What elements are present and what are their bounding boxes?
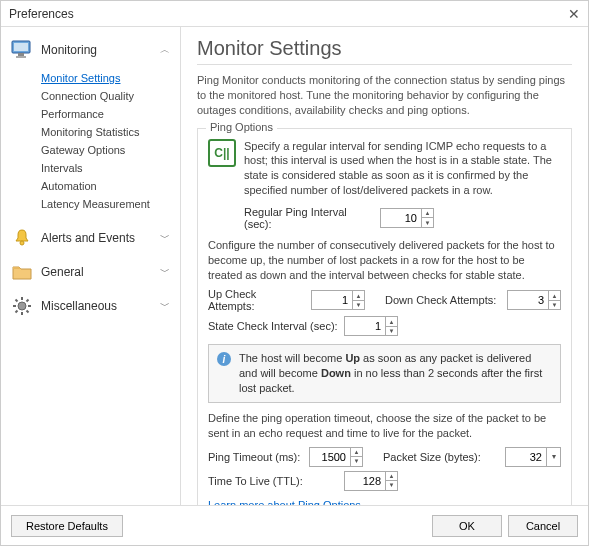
divider: [197, 64, 572, 65]
spin-up-icon[interactable]: ▲: [549, 291, 560, 301]
packet-size-label: Packet Size (bytes):: [383, 451, 499, 463]
info-icon: i: [217, 352, 231, 366]
spin-down-icon[interactable]: ▼: [386, 327, 397, 336]
svg-rect-3: [16, 56, 26, 58]
monitor-icon: [11, 39, 33, 61]
ok-button[interactable]: OK: [432, 515, 502, 537]
state-check-stepper[interactable]: ▲▼: [344, 316, 398, 336]
spin-up-icon[interactable]: ▲: [351, 448, 362, 458]
spin-up-icon[interactable]: ▲: [386, 317, 397, 327]
status-infobox: i The host will become Up as soon as any…: [208, 344, 561, 403]
svg-line-11: [27, 311, 29, 313]
spin-up-icon[interactable]: ▲: [422, 209, 433, 219]
spin-down-icon[interactable]: ▼: [386, 481, 397, 490]
svg-line-13: [27, 300, 29, 302]
info-text: The host will become Up as soon as any p…: [239, 351, 552, 396]
sidebar-category-general[interactable]: General ﹀: [5, 255, 176, 289]
chevron-up-icon: ︿: [160, 43, 170, 57]
sidebar-category-monitoring[interactable]: Monitoring ︿: [5, 33, 176, 67]
state-check-input[interactable]: [345, 317, 385, 335]
sidebar-item-automation[interactable]: Automation: [41, 177, 176, 195]
spin-up-icon[interactable]: ▲: [386, 472, 397, 482]
ttl-input[interactable]: [345, 472, 385, 490]
desc-regular-interval: Specify a regular interval for sending I…: [244, 139, 561, 198]
gear-icon: [11, 295, 33, 317]
down-check-label: Down Check Attempts:: [385, 294, 501, 306]
category-label: Monitoring: [41, 43, 97, 57]
ttl-stepper[interactable]: ▲▼: [344, 471, 398, 491]
page-title: Monitor Settings: [197, 37, 572, 60]
sidebar-item-performance[interactable]: Performance: [41, 105, 176, 123]
chevron-down-icon: ﹀: [160, 231, 170, 245]
dropdown-icon[interactable]: ▾: [546, 448, 560, 466]
titlebar: Preferences ✕: [1, 1, 588, 27]
up-check-label: Up Check Attempts:: [208, 288, 305, 312]
monitoring-subitems: Monitor Settings Connection Quality Perf…: [5, 67, 176, 221]
category-label: General: [41, 265, 84, 279]
cancel-button[interactable]: Cancel: [508, 515, 578, 537]
content-pane: Monitor Settings Ping Monitor conducts m…: [181, 27, 588, 505]
sidebar-item-intervals[interactable]: Intervals: [41, 159, 176, 177]
up-check-stepper[interactable]: ▲▼: [311, 290, 365, 310]
dialog-footer: Restore Defaults OK Cancel: [1, 505, 588, 545]
restore-defaults-button[interactable]: Restore Defaults: [11, 515, 123, 537]
chevron-down-icon: ﹀: [160, 265, 170, 279]
spin-down-icon[interactable]: ▼: [422, 218, 433, 227]
state-check-label: State Check Interval (sec):: [208, 320, 338, 332]
svg-line-10: [16, 300, 18, 302]
up-check-input[interactable]: [312, 291, 352, 309]
svg-rect-2: [18, 53, 24, 56]
group-title: Ping Options: [206, 121, 277, 133]
page-intro: Ping Monitor conducts monitoring of the …: [197, 73, 572, 118]
ttl-label: Time To Live (TTL):: [208, 475, 338, 487]
desc-timeout: Define the ping operation timeout, choos…: [208, 411, 561, 441]
spin-up-icon[interactable]: ▲: [353, 291, 364, 301]
down-check-stepper[interactable]: ▲▼: [507, 290, 561, 310]
ping-options-group: Ping Options C|| Specify a regular inter…: [197, 128, 572, 505]
bell-icon: [11, 227, 33, 249]
window-title: Preferences: [9, 7, 74, 21]
regular-interval-stepper[interactable]: ▲▼: [380, 208, 434, 228]
sidebar-item-monitor-settings[interactable]: Monitor Settings: [41, 69, 176, 87]
learn-more-link[interactable]: Learn more about Ping Options: [208, 499, 361, 505]
sidebar-category-alerts[interactable]: Alerts and Events ﹀: [5, 221, 176, 255]
regular-interval-input[interactable]: [381, 209, 421, 227]
packet-size-dropdown[interactable]: ▾: [505, 447, 561, 467]
sidebar-item-gateway-options[interactable]: Gateway Options: [41, 141, 176, 159]
timeout-stepper[interactable]: ▲▼: [309, 447, 363, 467]
svg-point-5: [18, 302, 26, 310]
sidebar: Monitoring ︿ Monitor Settings Connection…: [1, 27, 181, 505]
timeout-input[interactable]: [310, 448, 350, 466]
down-check-input[interactable]: [508, 291, 548, 309]
folder-icon: [11, 261, 33, 283]
sidebar-category-miscellaneous[interactable]: Miscellaneous ﹀: [5, 289, 176, 323]
timeout-label: Ping Timeout (ms):: [208, 451, 303, 463]
regular-interval-label: Regular Ping Interval (sec):: [244, 206, 374, 230]
svg-line-12: [16, 311, 18, 313]
desc-checks: Configure the number of consecutively de…: [208, 238, 561, 283]
svg-point-4: [20, 241, 24, 245]
spin-down-icon[interactable]: ▼: [351, 457, 362, 466]
category-label: Alerts and Events: [41, 231, 135, 245]
close-icon[interactable]: ✕: [568, 6, 580, 22]
packet-size-input[interactable]: [506, 448, 546, 466]
sidebar-item-connection-quality[interactable]: Connection Quality: [41, 87, 176, 105]
spin-down-icon[interactable]: ▼: [549, 301, 560, 310]
spin-down-icon[interactable]: ▼: [353, 301, 364, 310]
category-label: Miscellaneous: [41, 299, 117, 313]
svg-rect-1: [14, 43, 28, 51]
chevron-down-icon: ﹀: [160, 299, 170, 313]
sidebar-item-latency-measurement[interactable]: Latency Measurement: [41, 195, 176, 213]
ping-icon: C||: [208, 139, 236, 167]
sidebar-item-monitoring-statistics[interactable]: Monitoring Statistics: [41, 123, 176, 141]
